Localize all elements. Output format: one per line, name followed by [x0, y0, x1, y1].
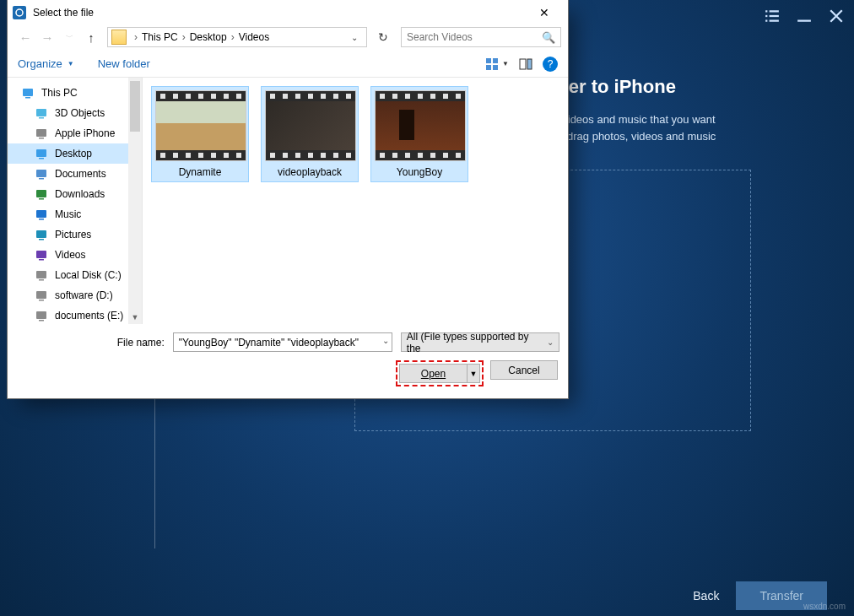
- chevron-down-icon[interactable]: ⌄: [382, 336, 389, 345]
- svg-point-7: [16, 9, 23, 16]
- svg-rect-25: [39, 198, 44, 200]
- dialog-titlebar: Select the file ✕: [8, 0, 568, 25]
- open-button-highlight: Open ▼: [396, 360, 484, 386]
- crumb-this-pc[interactable]: This PC: [142, 31, 178, 43]
- sidebar-item-videos[interactable]: Videos: [8, 245, 142, 265]
- svg-rect-35: [39, 300, 44, 301]
- nav-up-icon[interactable]: ↑: [80, 27, 102, 47]
- sidebar-item-label: documents (E:): [55, 310, 123, 322]
- svg-rect-14: [23, 89, 33, 96]
- svg-rect-26: [36, 210, 46, 218]
- refresh-icon[interactable]: ↻: [372, 30, 394, 44]
- chevron-right-icon[interactable]: ›: [227, 31, 239, 43]
- sidebar-item-desktop[interactable]: Desktop: [8, 143, 142, 164]
- search-input[interactable]: [407, 31, 542, 43]
- file-item-youngboy[interactable]: YoungBoy: [370, 86, 468, 182]
- docs-icon: [35, 167, 48, 181]
- drive-icon: [35, 268, 48, 282]
- pics-icon: [35, 228, 48, 241]
- sidebar-item-label: Music: [55, 208, 81, 220]
- desktop-icon: [35, 147, 48, 160]
- sidebar: This PC3D ObjectsApple iPhoneDesktopDocu…: [8, 78, 143, 324]
- chevron-right-icon[interactable]: ›: [178, 31, 190, 43]
- sidebar-item-pictures[interactable]: Pictures: [8, 224, 142, 245]
- app-icon: [13, 6, 26, 19]
- scroll-down-icon[interactable]: ▼: [128, 311, 142, 324]
- sidebar-item-local-disk-c-[interactable]: Local Disk (C:): [8, 265, 142, 285]
- chevron-down-icon[interactable]: ⌄: [346, 33, 363, 42]
- svg-rect-6: [797, 20, 811, 22]
- file-item-videoplayback[interactable]: videoplayback: [261, 86, 359, 182]
- search-icon[interactable]: 🔍: [542, 31, 555, 44]
- svg-rect-23: [39, 178, 44, 180]
- sidebar-item-label: 3D Objects: [55, 107, 105, 119]
- sidebar-item-documents-e-[interactable]: documents (E:): [8, 305, 142, 324]
- video-thumbnail: [375, 90, 466, 161]
- folder-icon: [111, 30, 127, 45]
- svg-rect-32: [36, 271, 46, 278]
- svg-rect-22: [36, 170, 46, 177]
- new-folder-button[interactable]: New folder: [98, 57, 150, 70]
- svg-rect-8: [486, 58, 491, 63]
- help-icon[interactable]: ?: [543, 57, 558, 72]
- sidebar-item-label: software (D:): [55, 289, 113, 301]
- svg-rect-0: [765, 10, 767, 12]
- close-icon[interactable]: [829, 8, 844, 24]
- 3d-icon: [35, 106, 48, 120]
- back-button[interactable]: Back: [693, 589, 719, 602]
- sidebar-item-apple-iphone[interactable]: Apple iPhone: [8, 123, 142, 143]
- breadcrumb-bar[interactable]: › This PC › Desktop › Videos ⌄: [107, 27, 367, 47]
- sidebar-item-label: Downloads: [55, 188, 105, 200]
- file-area[interactable]: DynamitevideoplaybackYoungBoy: [143, 78, 568, 324]
- nav-forward-icon[interactable]: →: [36, 27, 58, 47]
- svg-rect-15: [25, 97, 30, 99]
- svg-rect-33: [39, 279, 44, 281]
- sidebar-item-label: This PC: [41, 87, 78, 99]
- sidebar-item-this-pc[interactable]: This PC: [8, 83, 142, 103]
- crumb-desktop[interactable]: Desktop: [190, 31, 227, 43]
- svg-rect-27: [39, 219, 44, 220]
- open-split-button[interactable]: ▼: [467, 364, 480, 383]
- preview-pane-button[interactable]: [519, 57, 532, 71]
- sidebar-item-label: Apple iPhone: [55, 127, 115, 139]
- crumb-videos[interactable]: Videos: [239, 31, 269, 43]
- sidebar-item-music[interactable]: Music: [8, 204, 142, 224]
- minimize-icon[interactable]: [797, 8, 812, 24]
- nav-history-icon[interactable]: ﹀: [58, 27, 80, 47]
- scrollbar[interactable]: ▲ ▼: [128, 78, 142, 324]
- file-name-label: videoplayback: [265, 166, 354, 178]
- chevron-right-icon[interactable]: ›: [130, 31, 142, 43]
- scroll-thumb[interactable]: [130, 81, 140, 132]
- filename-input[interactable]: [173, 332, 392, 352]
- cancel-button[interactable]: Cancel: [490, 360, 558, 380]
- svg-rect-1: [770, 10, 779, 12]
- view-mode-button[interactable]: ▼: [485, 57, 509, 71]
- svg-rect-20: [36, 149, 46, 157]
- dl-icon: [35, 187, 48, 201]
- svg-rect-19: [39, 138, 44, 139]
- sidebar-item-software-d-[interactable]: software (D:): [8, 285, 142, 305]
- file-type-filter[interactable]: All (File types supported by the⌄: [401, 332, 559, 352]
- sidebar-item-documents[interactable]: Documents: [8, 164, 142, 184]
- dialog-close-button[interactable]: ✕: [526, 1, 563, 24]
- open-button[interactable]: Open: [399, 364, 467, 383]
- svg-rect-2: [765, 15, 767, 17]
- file-item-dynamite[interactable]: Dynamite: [151, 86, 249, 182]
- music-icon: [35, 208, 48, 221]
- file-open-dialog: Select the file ✕ ← → ﹀ ↑ › This PC › De…: [7, 0, 569, 399]
- nav-back-icon[interactable]: ←: [14, 27, 36, 47]
- vid-icon: [35, 248, 48, 262]
- sidebar-item-downloads[interactable]: Downloads: [8, 184, 142, 204]
- list-icon[interactable]: [765, 8, 780, 24]
- svg-rect-10: [486, 65, 491, 70]
- sidebar-item-3d-objects[interactable]: 3D Objects: [8, 103, 142, 123]
- toolbar: Organize▼ New folder ▼ ?: [8, 51, 568, 78]
- video-thumbnail: [155, 90, 246, 161]
- svg-rect-21: [39, 158, 44, 159]
- svg-rect-5: [770, 20, 779, 22]
- drive-icon: [35, 309, 48, 322]
- organize-menu[interactable]: Organize▼: [18, 57, 74, 70]
- svg-rect-29: [39, 239, 44, 240]
- search-box[interactable]: 🔍: [401, 27, 561, 47]
- svg-rect-16: [36, 109, 46, 116]
